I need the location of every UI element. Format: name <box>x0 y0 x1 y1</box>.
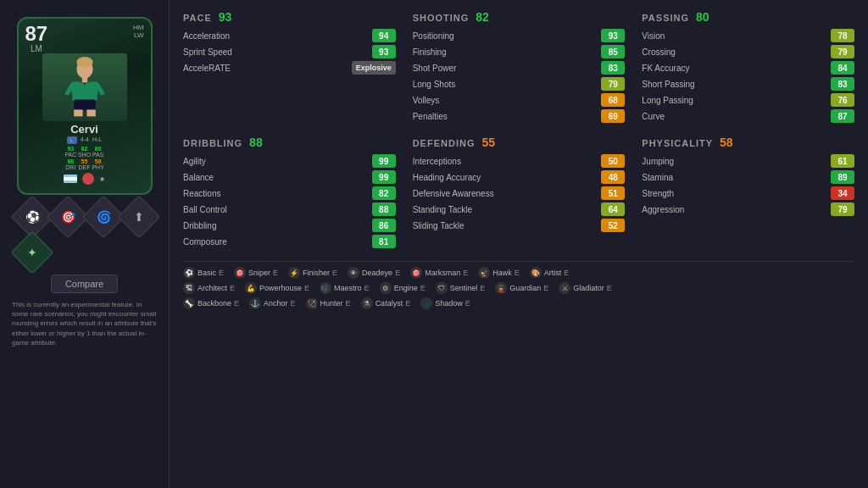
stat-jumping: Jumping 61 <box>642 154 854 168</box>
physicality-category: PHYSICALITY 58 Jumping 61 Stamina 89 Str… <box>642 136 854 251</box>
ps-artist-grade: E <box>564 269 569 277</box>
compare-button[interactable]: Compare <box>51 274 118 293</box>
positioning-label: Positioning <box>413 31 602 41</box>
defending-header: DEFENDING 55 <box>413 136 626 149</box>
experimental-notice: This is currently an experimental featur… <box>8 300 160 347</box>
player-name: Cervi <box>70 123 98 136</box>
ps-catalyst-label: Catalyst <box>376 299 403 308</box>
ps-hunter-grade: E <box>346 299 351 308</box>
stat-acceleration: Acceleration 94 <box>183 29 396 42</box>
sprint-speed-value: 93 <box>372 45 396 58</box>
ps-catalyst: ⚗ Catalyst E <box>361 297 411 309</box>
ps-hunter: 🏹 Hunter E <box>306 297 351 309</box>
card-left-info: 87 LM <box>25 24 48 53</box>
stat-defensive-awareness: Defensive Awareness 51 <box>413 186 626 200</box>
mini-stat-def: 55DEF <box>78 158 91 170</box>
short-passing-label: Short Passing <box>642 80 831 89</box>
pace-header: PACE 93 <box>183 10 396 24</box>
stat-stamina: Stamina 89 <box>642 170 854 184</box>
long-passing-label: Long Passing <box>642 96 831 105</box>
ps-sniper: 🎯 Sniper E <box>234 267 278 279</box>
ps-backbone-label: Backbone <box>198 299 231 308</box>
trait-icons-grid: ⚽ 🎯 🌀 ⬆ ✦ <box>17 202 153 268</box>
stat-reactions: Reactions 82 <box>183 186 396 200</box>
ps-architect-icon: 🏗 <box>183 282 195 294</box>
ps-guardian-grade: E <box>543 284 548 292</box>
ps-sniper-grade: E <box>273 269 278 277</box>
ps-engine-label: Engine <box>394 284 418 292</box>
ps-shadow-icon: 🌑 <box>420 297 432 309</box>
defending-value: 55 <box>481 136 495 149</box>
ps-finisher-grade: E <box>332 269 337 277</box>
trait-icon-special: ✦ <box>10 231 53 274</box>
ps-catalyst-icon: ⚗ <box>361 297 373 309</box>
ps-maestro: 🎼 Maestro E <box>320 282 370 294</box>
ps-finisher: ⚡ Finisher E <box>288 267 337 279</box>
stat-positioning: Positioning 93 <box>413 29 626 42</box>
dribbling-header: DRIBBLING 88 <box>183 136 396 149</box>
defending-label: DEFENDING <box>413 138 476 148</box>
ps-anchor-grade: E <box>291 299 296 308</box>
ps-gladiator-grade: E <box>607 284 612 292</box>
ps-anchor-label: Anchor <box>264 299 288 308</box>
svg-rect-3 <box>74 99 96 110</box>
ps-basic: ⚽ Basic E <box>183 267 224 279</box>
passing-header: PASSING 80 <box>642 10 854 24</box>
short-passing-value: 83 <box>831 77 854 91</box>
stat-standing-tackle: Standing Tackle 64 <box>413 202 626 216</box>
ps-sniper-label: Sniper <box>248 269 270 277</box>
ps-hawk: 🦅 Hawk E <box>478 267 520 279</box>
curve-value: 87 <box>831 109 854 123</box>
mini-stat-phy: 58PHY <box>92 158 104 170</box>
ps-gladiator: ⚔ Gladiator E <box>559 282 612 294</box>
heading-accuracy-value: 48 <box>601 170 625 184</box>
fk-accuracy-value: 84 <box>831 61 854 75</box>
defending-category: DEFENDING 55 Interceptions 50 Heading Ac… <box>413 136 626 251</box>
sprint-speed-label: Sprint Speed <box>183 47 372 57</box>
finishing-value: 85 <box>601 45 625 58</box>
positioning-value: 93 <box>601 29 625 42</box>
dribbling-stat-label: Dribbling <box>183 221 372 230</box>
stat-accelrate: AcceleRATE Explosive <box>183 61 396 75</box>
trait-icon-4: ⬆ <box>117 196 160 239</box>
long-shots-value: 79 <box>601 77 625 91</box>
shooting-label: SHOOTING <box>413 13 470 23</box>
ps-artist-icon: 🎨 <box>530 267 542 279</box>
shot-power-value: 83 <box>601 61 625 75</box>
stat-interceptions: Interceptions 50 <box>413 154 626 168</box>
ps-guardian: 💂 Guardian E <box>495 282 548 294</box>
card-flags: ★ <box>64 173 105 185</box>
ps-architect-label: Architect <box>198 284 227 292</box>
ps-sentinel-label: Sentinel <box>450 284 478 292</box>
physicality-label: PHYSICALITY <box>642 138 713 148</box>
ps-anchor: ⚓ Anchor E <box>249 297 296 309</box>
finishing-label: Finishing <box>413 47 602 57</box>
ps-sentinel-icon: 🛡 <box>436 282 448 294</box>
ps-artist-label: Artist <box>544 269 562 277</box>
ps-sentinel: 🛡 Sentinel E <box>436 282 486 294</box>
stamina-value: 89 <box>831 170 854 184</box>
ps-catalyst-grade: E <box>405 299 410 308</box>
ps-marksman-label: Marksman <box>425 269 460 277</box>
reactions-label: Reactions <box>183 189 372 198</box>
player-photo <box>42 53 127 121</box>
ps-guardian-label: Guardian <box>509 284 541 292</box>
stat-volleys: Volleys 68 <box>413 93 626 107</box>
passing-value: 80 <box>696 10 709 24</box>
shot-power-label: Shot Power <box>413 64 602 73</box>
svg-point-1 <box>76 57 92 68</box>
mini-stat-pas: 80PAS <box>92 146 104 158</box>
shooting-header: SHOOTING 82 <box>413 10 626 24</box>
stats-panel: PACE 93 Acceleration 94 Sprint Speed 93 … <box>170 0 868 488</box>
player-position: LM <box>25 44 48 53</box>
player-card: 87 LM HMLW <box>17 17 153 195</box>
shooting-value: 82 <box>476 10 489 24</box>
ps-architect-grade: E <box>230 284 235 292</box>
acceleration-label: Acceleration <box>183 31 372 41</box>
stat-curve: Curve 87 <box>642 109 854 123</box>
long-passing-value: 76 <box>831 93 854 107</box>
penalties-value: 69 <box>601 109 625 123</box>
ps-hunter-icon: 🏹 <box>306 297 318 309</box>
ps-deadeye: 👁 Deadeye E <box>348 267 400 279</box>
stat-balance: Balance 99 <box>183 170 396 184</box>
